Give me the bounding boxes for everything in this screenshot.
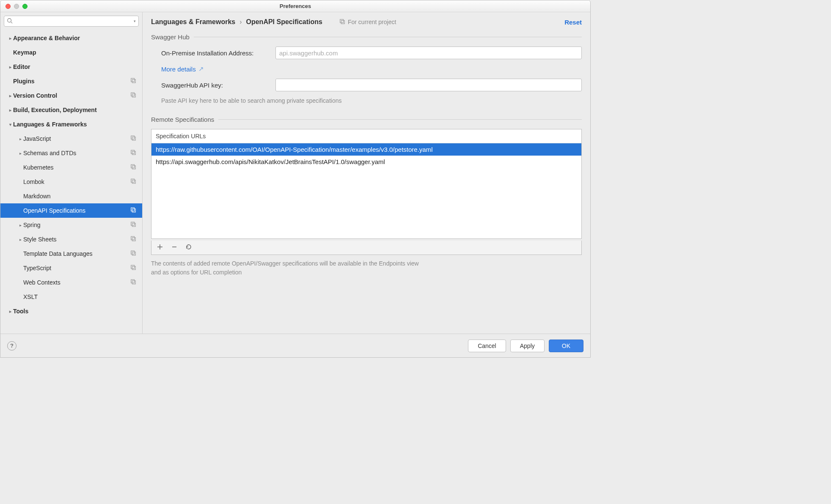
chevron-icon: ▸ <box>17 223 23 227</box>
sidebar-item-label: Style Sheets <box>23 236 57 243</box>
svg-rect-10 <box>131 164 135 168</box>
scope-indicator: For current project <box>339 19 396 26</box>
remote-specs-hint: The contents of added remote OpenAPI/Swa… <box>151 259 422 277</box>
project-scope-icon <box>130 135 136 142</box>
cancel-button[interactable]: Cancel <box>468 340 506 352</box>
chevron-icon: ▸ <box>17 151 23 156</box>
svg-rect-2 <box>131 78 135 82</box>
swaggerhub-section-title: Swagger Hub <box>151 33 582 41</box>
sidebar-item-xslt[interactable]: XSLT <box>0 290 142 304</box>
sidebar-item-label: Appearance & Behavior <box>13 35 80 41</box>
sidebar-item-appearance-behavior[interactable]: ▸Appearance & Behavior <box>0 31 142 45</box>
sidebar-item-openapi-specifications[interactable]: OpenAPI Specifications <box>0 203 142 218</box>
svg-rect-5 <box>132 94 135 97</box>
sidebar-item-schemas-and-dtds[interactable]: ▸Schemas and DTDs <box>0 146 142 160</box>
sidebar-item-web-contexts[interactable]: Web Contexts <box>0 275 142 290</box>
svg-rect-11 <box>132 166 135 169</box>
sidebar-item-label: Markdown <box>23 193 51 200</box>
svg-rect-8 <box>131 150 135 153</box>
sidebar-item-typescript[interactable]: TypeScript <box>0 261 142 275</box>
scope-label: For current project <box>348 19 396 25</box>
settings-search[interactable]: ▾ <box>4 16 139 27</box>
sidebar-item-label: Build, Execution, Deployment <box>13 107 97 113</box>
spec-url-row[interactable]: https://raw.githubusercontent.com/OAI/Op… <box>151 143 581 156</box>
apikey-input[interactable] <box>275 79 582 91</box>
onprem-address-input[interactable] <box>275 47 582 59</box>
svg-rect-27 <box>341 20 344 24</box>
svg-rect-4 <box>131 93 135 96</box>
project-scope-icon <box>130 236 136 243</box>
svg-rect-16 <box>131 222 135 225</box>
reset-link[interactable]: Reset <box>564 19 582 26</box>
spec-url-row[interactable]: https://api.swaggerhub.com/apis/NikitaKa… <box>151 156 581 168</box>
svg-rect-25 <box>132 281 135 284</box>
spec-urls-table: Specification URLs https://raw.githubuse… <box>151 129 582 239</box>
sidebar-item-markdown[interactable]: Markdown <box>0 189 142 203</box>
spec-urls-toolbar <box>151 241 582 255</box>
titlebar: Preferences <box>0 0 590 12</box>
add-spec-button[interactable] <box>157 244 163 252</box>
onprem-address-label: On-Premise Installation Address: <box>161 49 275 57</box>
external-link-icon: ↗ <box>198 65 204 73</box>
svg-rect-23 <box>132 266 135 270</box>
sidebar-item-spring[interactable]: ▸Spring <box>0 218 142 232</box>
breadcrumb-current: OpenAPI Specifications <box>246 18 322 26</box>
apikey-hint: Paste API key here to be able to search … <box>151 97 582 104</box>
settings-main-panel: Languages & Frameworks › OpenAPI Specifi… <box>143 12 590 334</box>
sidebar-item-languages-frameworks[interactable]: ▾Languages & Frameworks <box>0 117 142 131</box>
sidebar-item-kubernetes[interactable]: Kubernetes <box>0 160 142 175</box>
svg-rect-20 <box>131 251 135 254</box>
search-icon <box>7 18 13 25</box>
svg-rect-12 <box>131 179 135 182</box>
svg-rect-21 <box>132 252 135 255</box>
svg-rect-14 <box>131 208 135 211</box>
sidebar-item-style-sheets[interactable]: ▸Style Sheets <box>0 232 142 247</box>
sidebar-item-label: Kubernetes <box>23 164 54 171</box>
chevron-right-icon: › <box>239 18 242 26</box>
sidebar-item-label: Plugins <box>13 78 35 85</box>
sidebar-item-build-execution-deployment[interactable]: ▸Build, Execution, Deployment <box>0 103 142 117</box>
sidebar-item-label: Schemas and DTDs <box>23 150 76 156</box>
chevron-down-icon: ▾ <box>134 19 136 23</box>
chevron-icon: ▸ <box>7 93 13 98</box>
project-scope-icon <box>339 19 345 26</box>
project-scope-icon <box>130 207 136 214</box>
svg-line-1 <box>11 22 13 23</box>
spec-urls-header: Specification URLs <box>151 129 581 143</box>
chevron-icon: ▾ <box>7 122 13 127</box>
svg-rect-15 <box>132 209 135 212</box>
svg-rect-26 <box>340 19 344 22</box>
sidebar-item-tools[interactable]: ▸Tools <box>0 304 142 318</box>
sidebar-item-editor[interactable]: ▸Editor <box>0 60 142 74</box>
apply-button[interactable]: Apply <box>510 340 545 352</box>
breadcrumb-parent: Languages & Frameworks <box>151 18 235 26</box>
chevron-icon: ▸ <box>17 237 23 242</box>
svg-rect-22 <box>131 265 135 268</box>
sidebar-item-label: Lombok <box>23 178 44 185</box>
project-scope-icon <box>130 222 136 229</box>
sidebar-item-label: Tools <box>13 308 28 315</box>
sidebar-item-javascript[interactable]: ▸JavaScript <box>0 131 142 146</box>
sidebar-item-keymap[interactable]: Keymap <box>0 45 142 60</box>
sidebar-item-label: Spring <box>23 222 40 228</box>
sidebar-item-label: Languages & Frameworks <box>13 121 87 128</box>
remove-spec-button[interactable] <box>171 244 178 252</box>
sidebar-item-plugins[interactable]: Plugins <box>0 74 142 88</box>
settings-tree: ▸Appearance & BehaviorKeymap▸EditorPlugi… <box>0 30 142 334</box>
more-details-link[interactable]: More details ↗ <box>151 65 204 73</box>
window-title: Preferences <box>0 3 590 9</box>
refresh-spec-button[interactable] <box>185 244 192 252</box>
sidebar-item-version-control[interactable]: ▸Version Control <box>0 88 142 103</box>
sidebar-item-label: Version Control <box>13 92 57 99</box>
chevron-icon: ▸ <box>17 137 23 141</box>
svg-rect-3 <box>132 79 135 83</box>
ok-button[interactable]: OK <box>549 340 583 352</box>
svg-rect-13 <box>132 180 135 184</box>
search-input[interactable] <box>14 18 132 25</box>
svg-point-0 <box>8 18 11 22</box>
sidebar-item-lombok[interactable]: Lombok <box>0 175 142 189</box>
sidebar-item-template-data-languages[interactable]: Template Data Languages <box>0 247 142 261</box>
project-scope-icon <box>130 150 136 157</box>
help-button[interactable]: ? <box>7 341 17 351</box>
sidebar-item-label: Template Data Languages <box>23 250 92 257</box>
